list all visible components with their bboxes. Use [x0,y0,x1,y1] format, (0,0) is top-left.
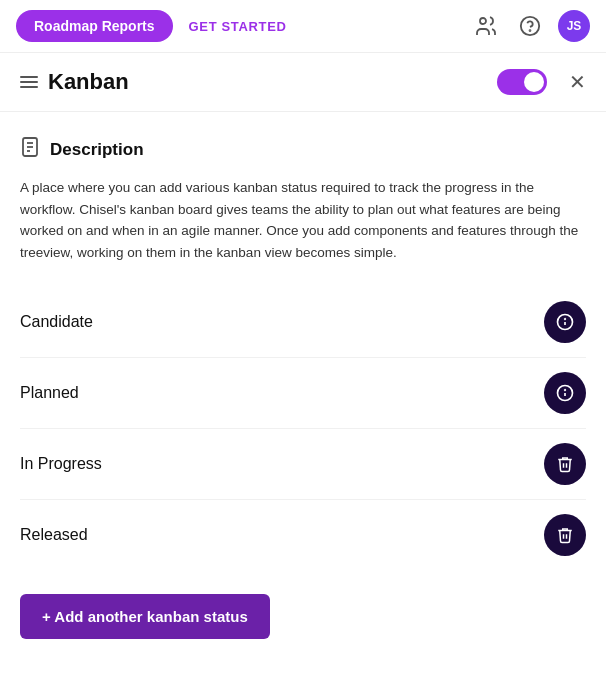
description-title: Description [50,140,144,160]
kanban-item-label: Planned [20,384,79,402]
help-icon[interactable] [514,10,546,42]
add-kanban-status-button[interactable]: + Add another kanban status [20,594,270,639]
panel-header: Kanban ✕ [0,53,606,112]
svg-point-2 [530,30,531,31]
info-icon-button[interactable] [544,301,586,343]
users-icon[interactable] [470,10,502,42]
description-section: Description A place where you can add va… [20,136,586,263]
kanban-item: Planned [20,358,586,429]
description-body: A place where you can add various kanban… [20,177,586,263]
panel-header-left: Kanban [20,69,497,95]
top-nav: Roadmap Reports GET STARTED JS [0,0,606,53]
svg-point-9 [565,319,566,320]
kanban-item-label: Released [20,526,88,544]
description-header: Description [20,136,586,163]
delete-icon-button[interactable] [544,443,586,485]
brand-button[interactable]: Roadmap Reports [16,10,173,42]
svg-point-0 [480,18,486,24]
toggle-container: ✕ [497,69,586,95]
info-icon-button[interactable] [544,372,586,414]
kanban-items-list: Candidate Planned In Progress Released [20,287,586,570]
kanban-item: Released [20,500,586,570]
close-button[interactable]: ✕ [569,70,586,94]
get-started-link[interactable]: GET STARTED [189,19,287,34]
svg-point-12 [565,390,566,391]
hamburger-icon[interactable] [20,76,38,88]
user-avatar[interactable]: JS [558,10,590,42]
kanban-item-label: Candidate [20,313,93,331]
kanban-item: Candidate [20,287,586,358]
panel-title: Kanban [48,69,129,95]
document-icon [20,136,40,163]
kanban-item-label: In Progress [20,455,102,473]
delete-icon-button[interactable] [544,514,586,556]
content-area: Description A place where you can add va… [0,112,606,663]
toggle-switch[interactable] [497,69,547,95]
kanban-item: In Progress [20,429,586,500]
